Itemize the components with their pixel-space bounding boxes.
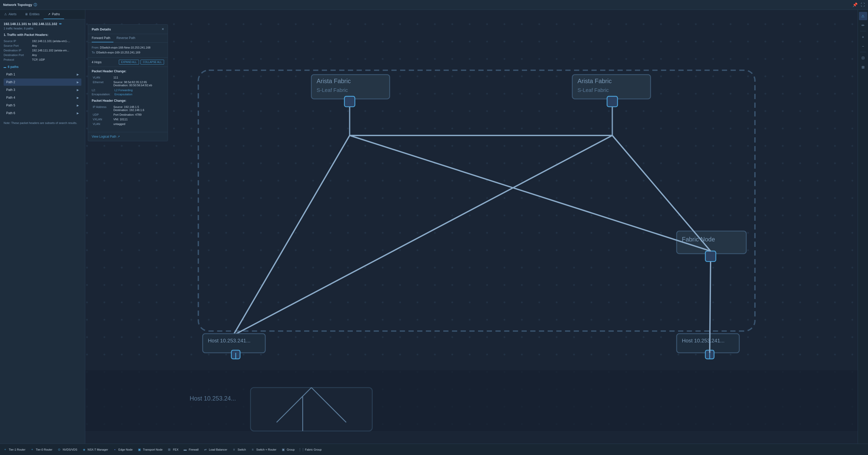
path-label: Path 2: [6, 80, 15, 84]
legend-switch[interactable]: ≡ Switch: [232, 448, 246, 452]
legend-transport-node[interactable]: ▣ Transport Node: [137, 448, 162, 452]
field-value: Any: [32, 53, 82, 57]
fabric-switch-topright[interactable]: [607, 96, 617, 107]
header-actions: 📌 ⛶: [852, 2, 865, 7]
traffic-info-table: Source IP 192.148.11.101 (arista-vm1-...…: [4, 39, 82, 62]
close-button[interactable]: ×: [162, 27, 164, 31]
to-label: To:: [92, 51, 96, 54]
field-value: Any: [32, 43, 82, 48]
alert-tool-button[interactable]: ⚠: [859, 12, 867, 20]
edge-icon: ▪: [113, 448, 117, 452]
pin-button[interactable]: 📌: [852, 2, 858, 7]
l2-forwarding-link[interactable]: L2 Forwarding: [115, 89, 132, 92]
zoom-out-button[interactable]: −: [859, 42, 867, 51]
traffic-section-title: 1. Traffic with Packet Headers:: [4, 33, 82, 37]
collapse-all-button[interactable]: COLLAPSE ALL: [141, 60, 164, 65]
vlan2-label: VLAN: [92, 122, 113, 126]
path-details-header: Path Details ×: [88, 25, 168, 34]
tab-paths[interactable]: ↗ Paths: [44, 10, 64, 19]
tab-reverse-path[interactable]: Reverse Path: [117, 34, 138, 42]
ip-value: Source: 192.148.1.5Destination: 192.148.…: [113, 105, 164, 112]
sidebar-divider-2: [860, 52, 866, 52]
from-value: DSwitch-evpn-168-New-10.253.241.168: [100, 46, 151, 49]
fit-button[interactable]: ⊡: [859, 54, 867, 62]
fex-label: FEX: [173, 448, 178, 451]
path-item[interactable]: Path 1 ▶: [4, 71, 82, 78]
legend-firewall[interactable]: ▬ Firewall: [183, 448, 199, 452]
table-row: Protocol TCP, UDP: [4, 57, 82, 62]
paths-header[interactable]: ▬ 6 paths: [4, 65, 82, 69]
packet-header-title-2: Packet Header Change:: [92, 99, 164, 102]
legend-tier1-router[interactable]: + Tier-1 Router: [3, 448, 25, 452]
fabric-switch-topleft[interactable]: [344, 96, 355, 107]
alert-tab-icon: ⚠: [4, 12, 7, 16]
route-subtitle: 1 traffic header, 6 paths: [4, 27, 82, 30]
legend-group[interactable]: ▣ Group: [281, 448, 295, 452]
lb-label: Load Balancer: [209, 448, 227, 451]
entities-tab-icon: 🖥: [25, 12, 28, 16]
nvds-icon: ⊙: [57, 448, 61, 452]
field-label: Destination IP: [4, 48, 32, 53]
table-row: Destination Port Any: [4, 53, 82, 57]
sidebar-divider: [860, 31, 866, 31]
main-layout: ⚠ Alerts 🖥 Entities ↗ Paths 192.148.11.1…: [0, 10, 868, 444]
path-label: Path 6: [6, 111, 15, 115]
tier0-router-label: Tier-0 Router: [36, 448, 52, 451]
chevron-icon: ▶: [77, 111, 79, 115]
svg-text:Host 10.253.241...: Host 10.253.241...: [208, 338, 251, 344]
legend-fabric-group[interactable]: ⋮⋮ Fabric Group: [300, 448, 322, 452]
field-label: Destination Port: [4, 53, 32, 57]
edit-icon[interactable]: ✏: [59, 22, 62, 26]
svg-text:S-Leaf Fabric: S-Leaf Fabric: [578, 87, 609, 93]
path-details-title: Path Details: [92, 27, 111, 31]
table-row: Source Port Any: [4, 43, 82, 48]
svg-text:Host 10.253.24...: Host 10.253.24...: [190, 395, 236, 402]
field-label: Protocol: [4, 57, 32, 62]
path-label: Path 1: [6, 72, 15, 76]
info-icon[interactable]: ⓘ: [34, 3, 37, 7]
tab-alerts[interactable]: ⚠ Alerts: [0, 10, 21, 19]
path-item[interactable]: Path 5 ▶: [4, 102, 82, 109]
field-value: 192.148.111.102 (arista-vm...: [32, 48, 82, 53]
path-item[interactable]: Path 3 ▶: [4, 86, 82, 94]
legend-nsx-manager[interactable]: ◈ NSX-T Manager: [82, 448, 108, 452]
field-value: 192.148.11.101 (arista-vm1-...: [32, 39, 82, 43]
hops-bar: 4 Hops EXPAND ALL COLLAPSE ALL: [88, 58, 168, 67]
view-logical-path-link[interactable]: View Logical Path ↗: [92, 135, 164, 138]
pencil-tool-button[interactable]: ✏: [859, 21, 867, 29]
field-label: Source Port: [4, 43, 32, 48]
tab-entities[interactable]: 🖥 Entities: [21, 10, 44, 19]
expand-button[interactable]: ⛶: [861, 2, 865, 7]
tab-forward-path[interactable]: Forward Path: [92, 34, 114, 42]
tier1-router-icon: +: [3, 448, 7, 452]
table-row: VLAN 111: [92, 75, 164, 80]
legend-edge-node[interactable]: ▪ Edge Node: [113, 448, 132, 452]
topology-svg: Arista Fabric S-Leaf Fabric Arista Fabri…: [85, 10, 868, 444]
encapsulation-link[interactable]: Encapsulation: [115, 93, 132, 96]
path-details-footer: View Logical Path ↗: [88, 132, 168, 141]
fabric-switch-mid[interactable]: [705, 251, 716, 261]
path-item[interactable]: Path 6 ▶: [4, 109, 82, 117]
lower-box: [251, 388, 372, 431]
nsx-label: NSX-T Manager: [88, 448, 108, 451]
settings-button[interactable]: ⊞: [859, 63, 867, 71]
path-item[interactable]: Path 4 ▶: [4, 94, 82, 101]
legend-nvds-vds[interactable]: ⊙ NVDS/VDS: [57, 448, 77, 452]
group-label: Group: [287, 448, 295, 451]
zoom-in-button[interactable]: +: [859, 33, 867, 41]
view-logical-path-text: View Logical Path: [92, 135, 116, 138]
fabric-group-icon: ⋮⋮: [300, 448, 304, 452]
legend-switch-router[interactable]: ≡ Switch + Router: [251, 448, 276, 452]
reverse-path-tab-label: Reverse Path: [117, 36, 135, 40]
ip-label: IP Address: [92, 105, 113, 112]
switch-label: Switch: [238, 448, 246, 451]
udp-value: Port Destination: 4789: [113, 112, 164, 117]
expand-all-button[interactable]: EXPAND ALL: [119, 60, 139, 65]
legend-load-balancer[interactable]: ⇌ Load Balancer: [203, 448, 227, 452]
paths-tab-icon: ↗: [48, 12, 51, 16]
path-item[interactable]: Path 2 ▶: [4, 78, 82, 86]
legend-fex[interactable]: ⊞ FEX: [167, 448, 178, 452]
svg-text:S-Leaf Fabric: S-Leaf Fabric: [317, 87, 348, 93]
legend-tier0-router[interactable]: + Tier-0 Router: [30, 448, 52, 452]
l2-label: L2:: [92, 89, 113, 92]
